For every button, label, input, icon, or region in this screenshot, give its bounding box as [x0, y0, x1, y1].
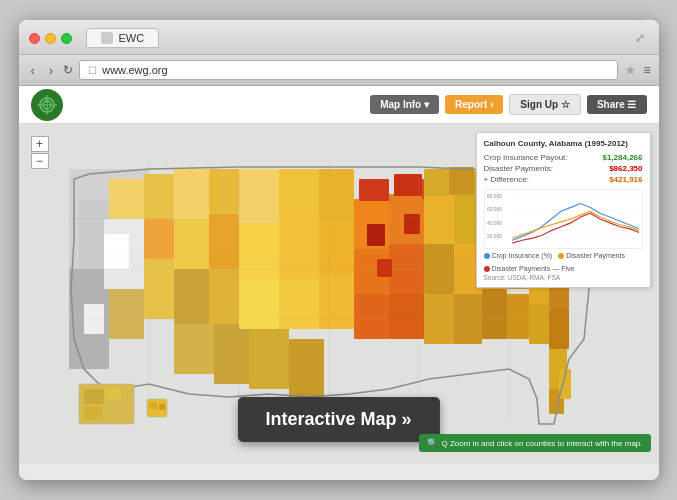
- svg-rect-69: [104, 234, 129, 269]
- map-info-button[interactable]: Map Info ▾: [370, 95, 439, 114]
- svg-rect-39: [389, 294, 424, 339]
- svg-rect-22: [214, 324, 249, 384]
- svg-rect-59: [529, 304, 549, 344]
- title-bar: EWC ⤢: [19, 20, 659, 55]
- svg-rect-17: [174, 219, 209, 269]
- svg-rect-32: [279, 279, 319, 329]
- mini-chart: 80,000 60,000 40,000 20,000: [484, 189, 643, 249]
- svg-rect-88: [159, 404, 165, 410]
- tab-title: EWC: [119, 32, 145, 44]
- legend-crop-dot: [484, 253, 490, 259]
- svg-rect-20: [209, 269, 239, 324]
- browser-tab[interactable]: EWC: [86, 28, 160, 48]
- crop-label: Crop Insurance Payout:: [484, 153, 568, 162]
- legend-disaster-label: Disaster Payments: [566, 252, 625, 259]
- legend-subsidy-dot: [484, 266, 490, 272]
- menu-button[interactable]: ≡: [643, 63, 650, 77]
- svg-rect-15: [174, 169, 209, 219]
- svg-rect-19: [174, 269, 209, 324]
- svg-rect-30: [319, 219, 354, 274]
- maximize-button[interactable]: [61, 33, 72, 44]
- svg-rect-14: [144, 259, 174, 319]
- expand-icon[interactable]: ⤢: [635, 31, 645, 45]
- disaster-label: Disaster Payments:: [484, 164, 553, 173]
- svg-rect-31: [239, 279, 279, 329]
- minimize-button[interactable]: [45, 33, 56, 44]
- svg-rect-53: [482, 289, 507, 339]
- info-panel: Calhoun County, Alabama (1995-2012) Crop…: [476, 132, 651, 288]
- svg-text:40,000: 40,000: [486, 221, 501, 226]
- tab-area: EWC: [86, 28, 629, 48]
- zoom-hint: 🔍 Q Zoom in and click on counties to int…: [419, 434, 651, 452]
- traffic-lights: [29, 33, 72, 44]
- legend-crop: Crop Insurance (%): [484, 252, 553, 259]
- diff-value: $421,916: [609, 175, 642, 184]
- diff-label: + Difference:: [484, 175, 529, 184]
- svg-rect-25: [239, 169, 279, 224]
- zoom-hint-icon: 🔍: [427, 438, 438, 448]
- svg-rect-87: [149, 402, 157, 409]
- interactive-map-button[interactable]: Interactive Map »: [237, 397, 439, 442]
- svg-text:80,000: 80,000: [486, 194, 501, 199]
- info-panel-title: Calhoun County, Alabama (1995-2012): [484, 139, 643, 149]
- disaster-value: $862,350: [609, 164, 642, 173]
- legend-subsidy-label: Disaster Payments — Five: [492, 265, 575, 272]
- svg-text:60,000: 60,000: [486, 208, 501, 213]
- svg-rect-26: [279, 169, 319, 219]
- ewg-logo: [31, 89, 63, 121]
- content-area: Map Info ▾ Report › Sign Up ☆ Share ☰: [19, 86, 659, 480]
- forward-button[interactable]: ›: [45, 61, 57, 80]
- map-container[interactable]: + − Calhoun County, Alabama (1995-2012) …: [19, 124, 659, 464]
- svg-rect-24: [289, 339, 324, 399]
- svg-rect-40: [359, 179, 389, 201]
- svg-rect-16: [209, 169, 239, 214]
- address-bar[interactable]: ☐ www.ewg.org: [79, 60, 618, 80]
- chart-source: Source: USDA, RMA, FSA: [484, 274, 643, 281]
- svg-rect-84: [106, 387, 121, 399]
- svg-rect-29: [279, 219, 319, 279]
- report-button[interactable]: Report ›: [445, 95, 503, 114]
- svg-rect-12: [144, 219, 174, 259]
- crop-value: $1,284,266: [602, 153, 642, 162]
- svg-rect-83: [84, 389, 104, 404]
- zoom-controls: + −: [31, 136, 49, 169]
- svg-rect-36: [354, 294, 389, 339]
- svg-rect-54: [507, 294, 529, 339]
- svg-rect-11: [144, 174, 174, 219]
- svg-rect-10: [109, 179, 144, 219]
- share-button[interactable]: Share ☰: [587, 95, 647, 114]
- legend-disaster-dot: [558, 253, 564, 259]
- chart-legend: Crop Insurance (%) Disaster Payments Dis…: [484, 252, 643, 272]
- legend-disaster: Disaster Payments: [558, 252, 625, 259]
- header-buttons: Map Info ▾ Report › Sign Up ☆ Share ☰: [370, 94, 646, 115]
- svg-rect-85: [84, 406, 102, 420]
- svg-rect-18: [209, 214, 239, 269]
- browser-window: EWC ⤢ ‹ › ↻ ☐ www.ewg.org ★ ≡: [19, 20, 659, 480]
- back-button[interactable]: ‹: [27, 61, 39, 80]
- nav-bar: ‹ › ↻ ☐ www.ewg.org ★ ≡: [19, 55, 659, 86]
- info-row-disaster: Disaster Payments: $862,350: [484, 164, 643, 173]
- legend-subsidy: Disaster Payments — Five: [484, 265, 575, 272]
- svg-rect-73: [377, 259, 392, 277]
- info-row-crop: Crop Insurance Payout: $1,284,266: [484, 153, 643, 162]
- site-header: Map Info ▾ Report › Sign Up ☆ Share ☰: [19, 86, 659, 124]
- address-bar-page-icon: ☐: [88, 65, 97, 76]
- svg-text:20,000: 20,000: [486, 235, 501, 240]
- svg-rect-65: [449, 167, 474, 195]
- bookmark-button[interactable]: ★: [624, 62, 637, 78]
- svg-rect-72: [404, 214, 420, 234]
- svg-rect-64: [424, 169, 449, 196]
- close-button[interactable]: [29, 33, 40, 44]
- signup-button[interactable]: Sign Up ☆: [509, 94, 581, 115]
- zoom-out-button[interactable]: −: [31, 153, 49, 169]
- svg-rect-33: [319, 274, 354, 329]
- refresh-button[interactable]: ↻: [63, 63, 73, 77]
- url-text: www.ewg.org: [102, 64, 167, 76]
- svg-rect-13: [109, 289, 144, 339]
- svg-rect-60: [549, 309, 569, 349]
- svg-rect-89: [485, 190, 642, 248]
- zoom-hint-text: Q Zoom in and click on counties to inter…: [442, 439, 643, 448]
- zoom-in-button[interactable]: +: [31, 136, 49, 152]
- svg-rect-23: [249, 324, 289, 389]
- legend-crop-label: Crop Insurance (%): [492, 252, 553, 259]
